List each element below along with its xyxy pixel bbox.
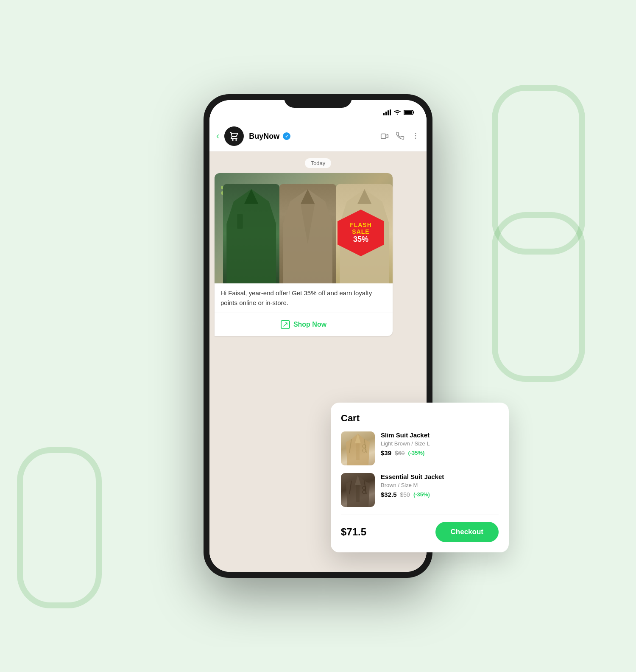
cart-item-2-image [341,473,375,507]
shop-now-icon [281,320,290,329]
svg-rect-3 [390,109,391,115]
divider [215,313,393,313]
cart-title: Cart [341,413,499,424]
cart-item-1: Slim Suit Jacket Light Brown / Size L $3… [341,431,499,465]
item-1-name: Slim Suit Jacket [381,431,499,439]
suit-silhouette-1 [341,431,375,465]
cart-icon [229,131,239,141]
video-call-icon[interactable] [380,132,389,141]
cart-item-2-details: Essential Suit Jacket Brown / Size M $32… [381,473,499,498]
main-scene: ‹ BuyNow [204,94,432,578]
item-1-variant: Light Brown / Size L [381,440,499,447]
item-2-pricing: $32.5 $50 (-35%) [381,491,499,498]
item-1-pricing: $39 $60 (-35%) [381,449,499,456]
message-bubble: FLASH SALE 35% Hi Faisal, year-end offer… [215,173,393,336]
cart-footer: $71.5 Checkout [341,522,499,542]
flash-text-line2: SALE [352,229,369,235]
item-2-variant: Brown / Size M [381,482,499,488]
svg-point-7 [415,133,416,134]
coat-svg-2 [279,184,336,283]
coat-svg-1 [223,184,279,283]
cart-card: Cart Slim Suit Jacket Light Brown [331,403,509,552]
svg-rect-0 [383,113,385,115]
suit-silhouette-2 [341,473,375,507]
shop-now-label: Shop Now [293,321,326,328]
bg-loop-right-top [492,85,585,255]
flash-text-discount: 35% [353,235,368,244]
coat-2 [279,184,336,283]
status-icons [383,109,415,115]
message-text: Hi Faisal, year-end offer! Get 35% off a… [220,288,387,308]
svg-rect-11 [356,443,360,460]
cart-divider [341,515,499,515]
more-options-icon[interactable] [411,132,420,140]
bg-loop-right-bottom [492,212,585,382]
suit-img-2 [341,473,375,507]
svg-rect-6 [404,111,412,114]
svg-rect-10 [237,214,243,229]
item-2-name: Essential Suit Jacket [381,473,499,480]
battery-icon [404,109,415,115]
contact-name: BuyNow [249,132,279,141]
flash-sale-image: FLASH SALE 35% [215,173,393,283]
suit-img-1 [341,431,375,465]
svg-rect-14 [356,485,360,502]
phone-notch [284,100,352,108]
svg-rect-2 [388,110,389,115]
message-body: Hi Faisal, year-end offer! Get 35% off a… [215,283,393,336]
checkout-button[interactable]: Checkout [435,522,499,542]
coat-1 [223,184,279,283]
cart-item-1-image [341,431,375,465]
wifi-icon [393,109,401,115]
item-1-discount: (-35%) [408,450,424,456]
item-2-discount: (-35%) [413,491,430,498]
arrow-icon [283,322,288,327]
contact-info: BuyNow [249,132,375,141]
item-1-price-current: $39 [381,449,391,456]
avatar [224,126,244,146]
header-action-icons [380,132,420,141]
cart-item-2: Essential Suit Jacket Brown / Size M $32… [341,473,499,507]
cart-item-1-details: Slim Suit Jacket Light Brown / Size L $3… [381,431,499,456]
signal-icon [383,109,391,115]
chat-header: ‹ BuyNow [209,122,427,151]
item-1-price-original: $60 [395,450,404,456]
phone-call-icon[interactable] [396,132,404,140]
svg-rect-5 [413,112,414,114]
back-button[interactable]: ‹ [216,131,219,142]
item-2-price-current: $32.5 [381,491,397,498]
flash-text-line1: FLASH [350,222,372,228]
verified-badge [283,132,290,140]
cart-total: $71.5 [341,526,366,538]
item-2-price-original: $50 [400,491,410,498]
bg-loop-left [17,447,102,608]
svg-point-9 [415,138,416,139]
svg-point-8 [415,135,416,137]
svg-rect-1 [385,112,387,115]
date-badge: Today [305,158,332,168]
shop-now-button[interactable]: Shop Now [220,318,387,331]
